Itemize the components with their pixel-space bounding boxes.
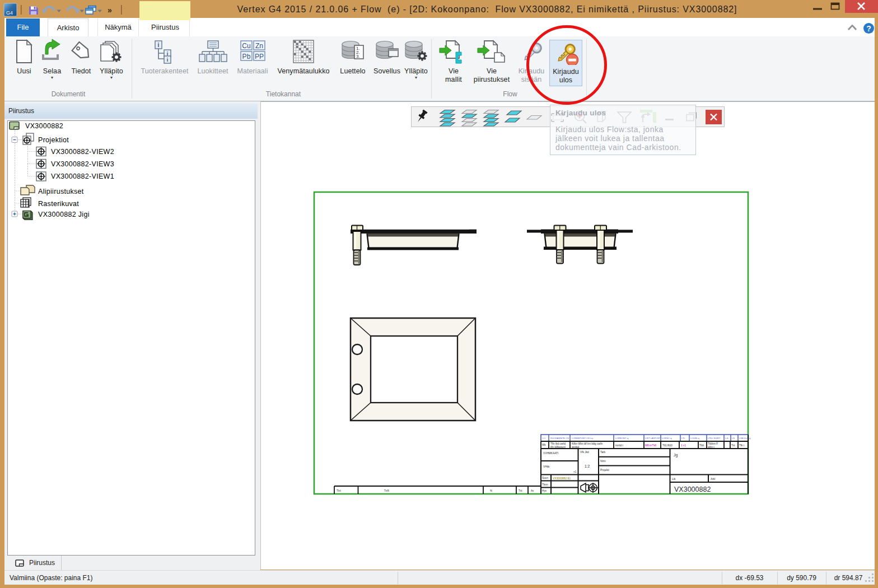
svg-text:G4: G4 [6,10,13,16]
svg-text:LOREONT nj: LOREONT nj [615,437,629,440]
svg-text:Tnt: Tnt [519,489,522,492]
svg-text:»: » [108,6,112,15]
svg-text:LORSC nj: LORSC nj [662,437,672,440]
svg-text:+1: +1 [573,470,577,473]
svg-text:Rasterikuvat: Rasterikuvat [38,200,79,208]
svg-text:Tfk t: Tfk t [739,444,745,447]
svg-text:LOUIE nj: LOUIE nj [690,437,699,440]
svg-text:Jg: Jg [674,453,678,458]
svg-text:Pb: Pb [242,53,251,60]
svg-text:LTDL KUIRT: LTDL KUIRT [708,437,721,440]
svg-text:Kifkn Wlvt ldf lnn lidtg cw/ln: Kifkn Wlvt ldf lnn lidtg cw/ln [572,442,603,445]
svg-text:LOREMTUNT OS Lnj: LOREMTUNT OS Lnj [572,437,593,440]
svg-text:tnnltd t: tnnltd t [615,444,624,447]
svg-text:Cu: Cu [242,42,251,50]
svg-text:wnjtkd: wnjtkd [572,446,579,449]
svg-text:i: i [167,57,169,63]
svg-text:VX3000882 Jigi: VX3000882 Jigi [38,211,90,218]
svg-text:VX3000882-VIEW2: VX3000882-VIEW2 [51,148,114,156]
svg-text:VX3000882: VX3000882 [25,122,63,130]
svg-text:Tfdt: Tfdt [699,444,704,447]
svg-text:Tfln fkd cw/td: Tfln fkd cw/td [550,442,566,445]
svg-text:LSB DvC nj: LSB DvC nj [739,437,751,440]
svg-text:VX3000882-VIEW3: VX3000882-VIEW3 [51,160,114,168]
svg-text:Tknn: Tknn [542,483,548,486]
svg-text:Tnt: Tnt [731,444,735,447]
svg-text:%: % [490,489,492,492]
svg-text:VX3000882: VX3000882 [674,486,711,493]
svg-text:Ttldtnn F: Ttldtnn F [708,442,718,445]
svg-text:Wk: Wk [542,444,546,446]
svg-text:MKnnTkfi: MKnnTkfi [645,444,656,447]
svg-text:Ttl1.8t10: Ttl1.8t10 [662,444,672,447]
svg-text:PP: PP [255,53,264,60]
svg-text:Projekti: Projekti [600,469,609,472]
svg-text:LJL: LJL [725,437,729,440]
svg-text:VX3000882 E1: VX3000882 E1 [553,477,571,480]
svg-text:1 v1: 1 v1 [681,444,686,447]
svg-text:Nimi: Nimi [600,460,606,463]
svg-text:LC: LC [543,437,545,440]
svg-text:Tark: Tark [600,451,606,454]
svg-text:?: ? [866,24,871,33]
svg-text:Hyv: Hyv [542,489,547,492]
svg-text:RUOKASNITE OS: RUOKASNITE OS [550,437,569,440]
svg-text:1:2: 1:2 [585,464,590,468]
svg-text:Alipiirustukset: Alipiirustukset [38,188,84,195]
svg-text:3.: 3. [356,54,360,59]
svg-text:LIST LASTLNT: LIST LASTLNT [645,437,661,440]
svg-text:Zn: Zn [255,42,263,50]
svg-text:VHkk: VHkk [543,465,550,468]
svg-text:Projektiot: Projektiot [38,136,69,144]
svg-text:wltln t: wltln t [708,446,714,449]
svg-text:LS: LS [732,437,735,440]
svg-text:Tlnt: Tlnt [337,489,341,492]
svg-text:Suun: Suun [542,477,549,479]
svg-text:Av: Av [531,489,534,492]
svg-text:tfln klifkwscnl: tfln klifkwscnl [550,446,566,449]
svg-text:i: i [158,42,160,48]
svg-text:Arkl: Arkl [711,478,715,480]
svg-text:Vfk Jkd: Vfk Jkd [580,451,589,454]
svg-text:VX3000882-VIEW1: VX3000882-VIEW1 [51,172,114,180]
svg-text:Tnfll: Tnfll [384,489,389,492]
svg-text:LTL: LTL [681,437,685,440]
svg-text:Ltk: Ltk [672,478,676,480]
svg-text:VVHMKAATI: VVHMKAATI [543,452,558,455]
